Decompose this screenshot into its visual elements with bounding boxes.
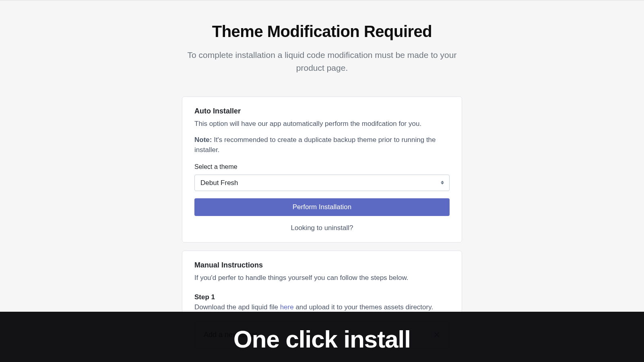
theme-select[interactable]: Debut Fresh [194,175,450,191]
note-label: Note: [194,136,212,144]
step-1-prefix: Download the apd liquid file [194,303,280,311]
page-subtitle: To complete installation a liquid code m… [185,49,459,74]
overlay-banner: One click install [0,312,644,362]
step-1-download-link[interactable]: here [280,303,294,311]
auto-installer-card: Auto Installer This option will have our… [182,97,462,243]
step-1-label: Step 1 [194,293,450,301]
theme-select-label: Select a theme [194,163,450,171]
step-1-suffix: and upload it to your themes assets dire… [294,303,433,311]
page-header: Theme Modification Required To complete … [113,23,531,74]
theme-select-wrapper: Debut Fresh [194,175,450,191]
uninstall-link[interactable]: Looking to uninstall? [194,224,450,232]
note-text: It's recommended to create a duplicate b… [194,136,436,154]
manual-title: Manual Instructions [194,261,450,269]
auto-installer-note: Note: It's recommended to create a dupli… [194,135,450,155]
step-1-text: Download the apd liquid file here and up… [194,302,450,313]
banner-text: One click install [233,325,411,353]
page-title: Theme Modification Required [113,23,531,41]
perform-installation-button[interactable]: Perform Installation [194,198,450,216]
manual-description: If you'd perfer to handle things yoursel… [194,273,450,283]
auto-installer-title: Auto Installer [194,107,450,115]
auto-installer-description: This option will have our app automatica… [194,119,450,129]
